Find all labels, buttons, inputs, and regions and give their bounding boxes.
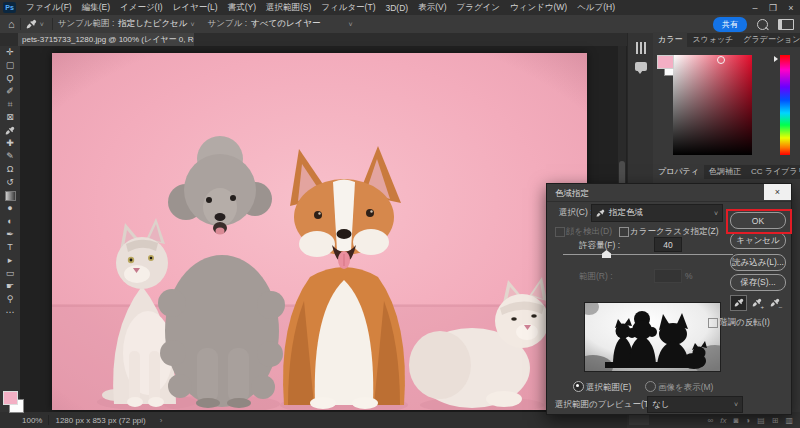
add-sample-eyedropper-button[interactable]: +	[748, 295, 765, 311]
brush-tool[interactable]: ✎	[0, 150, 20, 163]
menu-window[interactable]: ウィンドウ(W)	[505, 2, 572, 14]
blur-tool[interactable]: ●	[0, 202, 20, 215]
annotation-highlight-rectangle	[726, 209, 792, 234]
eyedropper-options-chevron[interactable]: ˅	[40, 21, 44, 28]
link-layers-icon[interactable]: ∞	[708, 416, 714, 425]
eyedropper-tool-icon[interactable]	[26, 19, 37, 30]
invert-checkbox[interactable]	[708, 318, 718, 328]
panel-foreground-swatch[interactable]	[657, 55, 674, 69]
comment-panel-icon[interactable]	[635, 62, 647, 71]
home-icon[interactable]: ⌂	[8, 18, 15, 30]
image-radio[interactable]	[645, 381, 656, 392]
load-button[interactable]: 読み込み(L)...	[730, 254, 786, 271]
lasso-tool[interactable]: Ϙ	[0, 72, 20, 85]
saturation-brightness-field[interactable]	[673, 55, 752, 155]
hand-tool[interactable]: ☛	[0, 280, 20, 293]
detect-faces-checkbox[interactable]	[555, 227, 565, 237]
menu-image[interactable]: イメージ(I)	[115, 2, 168, 14]
status-divider	[48, 415, 49, 425]
menu-3d[interactable]: 3D(D)	[380, 3, 413, 13]
dialog-close-button[interactable]: ×	[764, 184, 791, 200]
sample-chevron[interactable]: ˅	[349, 21, 353, 28]
document-image-pets[interactable]	[52, 53, 587, 410]
menu-edit[interactable]: 編集(E)	[77, 2, 115, 14]
sample-eyedropper-button[interactable]	[730, 295, 747, 311]
options-divider	[52, 18, 53, 30]
sample-range-chevron[interactable]: ˅	[190, 21, 194, 28]
path-selection-tool[interactable]: ▸	[0, 254, 20, 267]
pen-tool[interactable]: ✒	[0, 228, 20, 241]
detect-faces-label: 顔を検出(D)	[566, 226, 612, 238]
search-icon[interactable]	[757, 19, 768, 30]
menu-layer[interactable]: レイヤー(L)	[168, 2, 223, 14]
edit-toolbar-icon[interactable]: ⋯	[0, 306, 20, 319]
tab-swatches[interactable]: スウォッチ	[687, 32, 738, 47]
cancel-button[interactable]: キャンセル	[730, 232, 786, 249]
eyedropper-tool[interactable]	[0, 124, 20, 137]
sample-label: サンプル :	[208, 18, 248, 30]
new-layer-icon[interactable]: ⊞	[772, 416, 779, 425]
layer-mask-icon[interactable]: ◙	[733, 416, 738, 425]
fuzziness-slider-track[interactable]	[563, 254, 733, 255]
workspace-switcher-icon[interactable]	[778, 19, 794, 30]
type-tool[interactable]: T	[0, 241, 20, 254]
history-brush-tool[interactable]: ↺	[0, 176, 20, 189]
range-label: 範囲(R) :	[579, 271, 613, 283]
delete-layer-icon[interactable]: ▥	[785, 416, 793, 425]
gradient-tool[interactable]	[0, 189, 20, 202]
status-expander-icon[interactable]: ›	[160, 416, 163, 425]
move-tool[interactable]: ✛	[0, 46, 20, 59]
sample-range-dropdown[interactable]: 指定したピクセル	[118, 18, 187, 30]
menu-filter[interactable]: フィルター(T)	[316, 2, 380, 14]
menu-plugins[interactable]: プラグイン	[451, 2, 505, 14]
selection-mask-preview	[584, 302, 721, 372]
color-field-marker[interactable]	[717, 56, 725, 64]
adjustment-layer-icon[interactable]: ◑	[745, 416, 750, 425]
document-tab[interactable]: pets-3715733_1280.jpg @ 100% (レイヤー 0, RG…	[18, 33, 194, 46]
tab-adjustments[interactable]: 色調補正	[704, 164, 746, 179]
layer-group-icon[interactable]: ▤	[757, 416, 765, 425]
healing-brush-tool[interactable]: ✚	[0, 137, 20, 150]
fuzziness-label: 許容量(F) :	[579, 240, 620, 252]
minimize-button[interactable]: –	[746, 0, 764, 15]
layer-effects-icon[interactable]: fx	[720, 416, 726, 425]
select-dropdown[interactable]: 指定色域 ˅	[591, 204, 723, 222]
hue-slider-marker	[774, 56, 778, 62]
close-button[interactable]: ×	[782, 0, 800, 15]
tab-gradients[interactable]: グラデーション	[738, 32, 800, 47]
clone-stamp-tool[interactable]: Ω	[0, 163, 20, 176]
brush-settings-panel-icon[interactable]	[635, 42, 647, 54]
marquee-tool[interactable]: ▢	[0, 59, 20, 72]
zoom-level-field[interactable]: 100%	[22, 416, 42, 425]
fuzziness-value-field[interactable]: 40	[654, 237, 682, 252]
rectangle-tool[interactable]: ▭	[0, 267, 20, 280]
selection-radio[interactable]	[573, 381, 584, 392]
subtract-sample-eyedropper-button[interactable]: –	[766, 295, 783, 311]
selection-preview-dropdown[interactable]: なし ˅	[647, 396, 743, 413]
status-bar: 100% 1280 px x 853 px (72 ppi) ›	[0, 412, 627, 428]
frame-tool[interactable]: ⊠	[0, 111, 20, 124]
color-range-dialog: 色域指定 × 選択(C) : 指定色域 ˅ 顔を検出(D) カラークラスタ指定(…	[546, 183, 792, 415]
share-button[interactable]: 共有	[713, 17, 747, 32]
menu-file[interactable]: ファイル(F)	[21, 2, 77, 14]
properties-panel-tabs: プロパティ 色調補正 CC ライブラリ ≡	[653, 165, 800, 179]
select-dropdown-value: 指定色域	[609, 207, 643, 219]
zoom-tool[interactable]: ⚲	[0, 293, 20, 306]
color-clusters-checkbox[interactable]	[619, 227, 629, 237]
hue-slider[interactable]	[780, 55, 790, 155]
sample-dropdown[interactable]: すべてのレイヤー	[251, 18, 320, 30]
menu-help[interactable]: ヘルプ(H)	[572, 2, 620, 14]
canvas-area[interactable]	[20, 46, 627, 412]
tab-color[interactable]: カラー	[653, 32, 687, 47]
object-selection-tool[interactable]: ✐	[0, 85, 20, 98]
foreground-color-swatch[interactable]	[3, 391, 18, 405]
menu-select[interactable]: 選択範囲(S)	[261, 2, 316, 14]
dodge-tool[interactable]: ◐	[0, 215, 20, 228]
tab-cc-libraries[interactable]: CC ライブラリ	[746, 164, 800, 179]
menu-view[interactable]: 表示(V)	[413, 2, 451, 14]
menu-type[interactable]: 書式(Y)	[223, 2, 261, 14]
crop-tool[interactable]: ⌗	[0, 98, 20, 111]
restore-button[interactable]: ❐	[764, 0, 782, 15]
save-button[interactable]: 保存(S)...	[730, 274, 786, 291]
tab-properties[interactable]: プロパティ	[653, 164, 704, 179]
